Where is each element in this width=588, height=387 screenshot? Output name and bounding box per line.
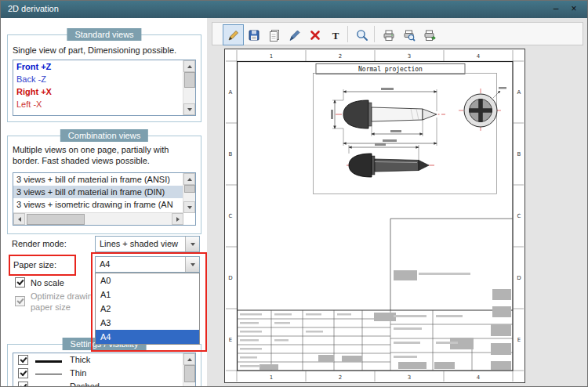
render-mode-combo[interactable]: Lines + shaded view: [95, 236, 200, 252]
dropdown-option-a4-selected[interactable]: A4: [96, 330, 199, 344]
toolbar-separator: [374, 26, 375, 42]
combination-views-list[interactable]: 3 views + bill of material in frame (ANS…: [13, 172, 196, 226]
pen-icon: [288, 28, 302, 42]
list-item-ansi[interactable]: 3 views + bill of material in frame (ANS…: [13, 173, 183, 186]
svg-text:1: 1: [270, 53, 273, 60]
paper-size-dropdown-list[interactable]: A0 A1 A2 A3 A4: [95, 273, 200, 345]
combination-views-group-label: Combination views: [60, 129, 148, 142]
print-export-button[interactable]: [419, 24, 440, 45]
scroll-left-button[interactable]: [13, 213, 25, 225]
vertical-scrollbar[interactable]: [183, 353, 195, 387]
scrollbar-thumb[interactable]: [184, 185, 195, 193]
thin-line-sample: [35, 374, 62, 374]
scroll-right-icon: [176, 217, 180, 222]
check-icon: [16, 297, 24, 304]
standard-views-group: Standard views Single view of part, Dime…: [7, 34, 201, 122]
preview-toolbar: T: [212, 22, 583, 45]
text-glyph: T: [332, 29, 339, 41]
scrollbar-thumb[interactable]: [184, 365, 195, 382]
chevron-down-icon: [191, 243, 195, 246]
combination-views-group: Combination views Multiple views on one …: [7, 136, 201, 234]
list-item-right-x[interactable]: Right +X: [13, 85, 195, 98]
print-button[interactable]: [378, 24, 399, 45]
no-scale-checkbox[interactable]: [15, 277, 25, 288]
save-button[interactable]: [243, 24, 264, 45]
close-button[interactable]: ×: [566, 2, 582, 16]
settings-row-thick[interactable]: Thick: [13, 353, 195, 367]
delete-button[interactable]: [304, 24, 325, 45]
svg-text:4: 4: [477, 374, 481, 381]
check-icon: [20, 369, 27, 376]
list-item-isometric[interactable]: 3 views + isometric drawing in frame (AN: [13, 198, 183, 211]
scroll-up-button[interactable]: [183, 60, 195, 72]
scroll-down-button[interactable]: [183, 201, 195, 213]
title-bar[interactable]: 2D derivation – ×: [1, 1, 587, 18]
zoom-icon: [355, 28, 369, 42]
svg-text:D: D: [517, 275, 521, 281]
print-icon: [382, 28, 396, 42]
settings-row-thin[interactable]: Thin: [13, 367, 195, 380]
check-icon: [20, 356, 27, 363]
list-item-left-x[interactable]: Left -X: [13, 98, 195, 110]
scroll-up-button[interactable]: [183, 353, 195, 365]
check-icon: [16, 278, 24, 285]
thin-checkbox[interactable]: [18, 368, 28, 378]
thick-line-sample: [35, 360, 62, 363]
horizontal-scrollbar[interactable]: [13, 212, 183, 225]
print-preview-icon: [402, 28, 416, 42]
thick-label: Thick: [70, 355, 90, 364]
list-item-back-z[interactable]: Back -Z: [13, 73, 195, 85]
list-item-front-z[interactable]: Front +Z: [13, 60, 195, 73]
standard-views-description: Single view of part, Dimensioning possib…: [13, 45, 196, 56]
save-icon: [247, 28, 261, 42]
pen-button[interactable]: [284, 24, 305, 45]
dropdown-option-a1[interactable]: A1: [96, 288, 199, 302]
svg-text:E: E: [517, 337, 521, 343]
svg-text:B: B: [517, 151, 521, 157]
dashed-checkbox[interactable]: [18, 382, 28, 387]
list-item-din-selected[interactable]: 3 views + bill of material in frame (DIN…: [13, 186, 183, 198]
svg-text:3: 3: [408, 374, 411, 381]
thick-checkbox[interactable]: [18, 355, 28, 365]
render-mode-dropdown-button[interactable]: [185, 237, 199, 251]
standard-views-list[interactable]: Front +Z Back -Z Right +X Left -X: [13, 60, 196, 116]
dropdown-option-a0[interactable]: A0: [96, 273, 199, 288]
scroll-down-button[interactable]: [183, 103, 195, 115]
svg-text:1: 1: [270, 374, 273, 381]
check-icon: [20, 382, 27, 387]
vertical-scrollbar[interactable]: [183, 60, 195, 115]
zoom-button[interactable]: [351, 24, 372, 45]
svg-text:C: C: [229, 213, 233, 219]
optimize-paper-label-line1: Optimize drawin: [31, 291, 93, 301]
drawing-preview: 12 34 12 34 AB CD E AB CD E Normal proje…: [224, 49, 525, 383]
paper-size-dropdown-button[interactable]: [185, 257, 199, 272]
scroll-left-icon: [18, 217, 21, 222]
scrollbar-thumb[interactable]: [27, 214, 85, 225]
scroll-up-icon: [187, 358, 192, 361]
settings-list[interactable]: Thick Thin Dashed: [13, 353, 196, 387]
paper-size-combo[interactable]: A4: [95, 256, 200, 273]
svg-text:C: C: [517, 213, 521, 219]
paper-size-value: A4: [100, 259, 110, 269]
dropdown-option-a3[interactable]: A3: [96, 316, 199, 330]
vertical-scrollbar[interactable]: [183, 173, 195, 213]
settings-row-dashed[interactable]: Dashed: [13, 380, 195, 387]
combination-views-description: Multiple views on one page, partially wi…: [13, 144, 194, 166]
optimize-paper-checkbox: [15, 296, 25, 306]
copy-page-button[interactable]: [263, 24, 285, 45]
toolbar-separator: [347, 26, 348, 42]
scroll-up-button[interactable]: [183, 173, 195, 185]
paper-size-label: Paper size:: [13, 260, 56, 269]
phillips-slot-horizontal: [469, 108, 492, 113]
settings-visibility-group: Settings / visibility Thick Thin Dashed: [7, 344, 201, 387]
scroll-right-button[interactable]: [172, 213, 183, 225]
scrollbar-thumb[interactable]: [184, 72, 195, 88]
text-button[interactable]: T: [325, 24, 346, 45]
edit-pencil-button[interactable]: [223, 24, 244, 45]
minimize-button[interactable]: –: [548, 2, 564, 16]
svg-text:D: D: [228, 275, 232, 281]
no-scale-label[interactable]: No scale: [31, 278, 64, 288]
print-preview-button[interactable]: [398, 24, 419, 45]
dropdown-option-a2[interactable]: A2: [96, 302, 199, 316]
svg-text:A: A: [229, 89, 233, 96]
